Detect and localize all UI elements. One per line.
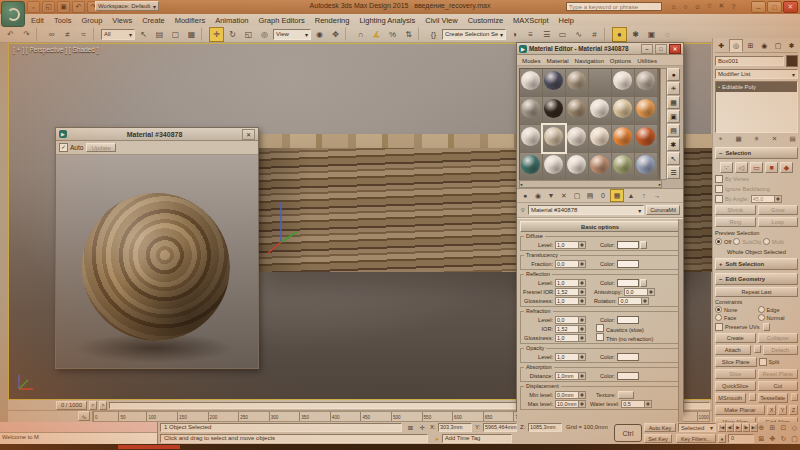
refraction-level-spinner[interactable]: 0,0: [555, 316, 586, 324]
unlink-selection-icon[interactable]: ≠: [60, 27, 75, 42]
polygon-subobject-icon[interactable]: ■: [765, 162, 778, 173]
slice-plane-button[interactable]: Slice Plane: [715, 357, 757, 367]
material-sample-slot[interactable]: [520, 125, 542, 152]
material-map-navigator-icon[interactable]: ☰: [667, 166, 680, 179]
configure-modifier-sets-icon[interactable]: ▤: [787, 134, 798, 144]
macro-recorder-pane[interactable]: [0, 422, 157, 433]
material-sample-slot[interactable]: [543, 125, 565, 152]
3dsmax-logo[interactable]: [1, 1, 25, 27]
planar-y-button[interactable]: Y: [778, 405, 787, 415]
menu-item[interactable]: Group: [76, 14, 107, 26]
by-vertex-checkbox[interactable]: By Vertex: [715, 175, 798, 183]
selection-lock-icon[interactable]: ⊠: [405, 423, 416, 433]
menu-item[interactable]: Edit: [26, 14, 49, 26]
zoom-region-icon[interactable]: ⊠: [756, 433, 767, 444]
play-icon[interactable]: ▶: [734, 423, 742, 432]
scroll-right-icon[interactable]: ▸: [659, 182, 661, 187]
reflection-color-swatch[interactable]: [617, 279, 639, 287]
selection-filter-dropdown[interactable]: All▾: [101, 29, 135, 40]
pin-stack-icon[interactable]: ⌖: [715, 134, 726, 144]
loop-button[interactable]: Loop: [758, 217, 799, 227]
preserve-uvs-checkbox[interactable]: Preserve UVs: [715, 323, 798, 331]
previous-frame-icon[interactable]: ◀I: [726, 423, 734, 432]
tab-modify[interactable]: ◎: [729, 39, 744, 52]
tab-create[interactable]: ✚: [715, 40, 728, 51]
undo-icon[interactable]: ↶: [3, 27, 18, 42]
material-sample-slot[interactable]: [543, 69, 565, 96]
translucency-fraction-spinner[interactable]: 0,0: [555, 260, 586, 268]
me-maximize-button[interactable]: □: [655, 44, 667, 54]
me-menu-item[interactable]: Utilities: [634, 57, 660, 64]
material-sample-slot[interactable]: [612, 125, 634, 152]
displacement-max-spinner[interactable]: 10,0mm: [555, 400, 586, 408]
ior-spinner[interactable]: 1,52: [555, 325, 586, 333]
home-icon[interactable]: ⌂: [668, 1, 679, 11]
orbit-icon[interactable]: ↻: [778, 433, 789, 444]
layer-manager-icon[interactable]: ☰: [539, 27, 554, 42]
schematic-view-icon[interactable]: #: [587, 27, 602, 42]
maxscript-mini-listener[interactable]: Welcome to M: [0, 422, 158, 444]
preview-multi-radio[interactable]: Multi: [763, 238, 784, 245]
angle-snap-icon[interactable]: ∡: [369, 27, 384, 42]
select-and-manipulate-icon[interactable]: ✥: [328, 27, 343, 42]
select-object-icon[interactable]: ↖: [136, 27, 151, 42]
menu-item[interactable]: Create: [137, 14, 170, 26]
time-slider-handle[interactable]: 0 / 1000: [56, 401, 87, 410]
element-subobject-icon[interactable]: ◆: [780, 162, 793, 173]
detach-button[interactable]: Detach: [763, 345, 799, 355]
attach-list-button[interactable]: [754, 345, 761, 353]
viewport-label[interactable]: [ + ] [ Perspective ] [ Shaded ]: [13, 46, 98, 53]
save-file-icon[interactable]: ▣: [57, 1, 70, 13]
get-material-icon[interactable]: ●: [519, 190, 531, 201]
key-mode-toggle-icon[interactable]: ♦: [718, 434, 726, 443]
make-planar-button[interactable]: Make Planar: [715, 405, 765, 415]
go-to-start-icon[interactable]: I◀: [718, 423, 726, 432]
material-sample-slot[interactable]: [635, 125, 657, 152]
displacement-min-spinner[interactable]: 0,0mm: [555, 391, 586, 399]
sample-uv-tiling-icon[interactable]: ▣: [667, 110, 680, 123]
slots-horizontal-scrollbar[interactable]: ◂ ▸: [519, 180, 662, 188]
material-type-button[interactable]: CoronaMtl: [646, 205, 680, 215]
zoom-icon[interactable]: ⊕: [756, 422, 767, 433]
shrink-button[interactable]: Shrink: [715, 205, 756, 215]
thin-checkbox[interactable]: Thin (no refraction): [596, 333, 653, 342]
material-sample-slot[interactable]: [589, 153, 611, 180]
workspace-selector[interactable]: Workspace: Default▾: [95, 1, 159, 11]
select-and-place-icon[interactable]: ◎: [257, 27, 272, 42]
field-of-view-icon[interactable]: ◇: [789, 422, 800, 433]
curve-editor-icon[interactable]: ∿: [571, 27, 586, 42]
current-frame-field[interactable]: 0: [728, 434, 754, 443]
tessellate-settings-button[interactable]: [791, 393, 798, 401]
mini-curve-editor-button[interactable]: ∿: [78, 411, 90, 421]
favorites-icon[interactable]: ☆: [704, 1, 715, 11]
planar-x-button[interactable]: X: [767, 405, 776, 415]
toolbar-separator[interactable]: [201, 27, 207, 41]
create-button[interactable]: Create: [715, 333, 756, 343]
select-and-scale-icon[interactable]: ◱: [241, 27, 256, 42]
search-input[interactable]: [566, 2, 662, 11]
refraction-glossiness-spinner[interactable]: 1,0: [555, 334, 586, 342]
search-icon[interactable]: ○: [680, 1, 691, 11]
opacity-color-swatch[interactable]: [617, 353, 639, 361]
menu-item[interactable]: Rendering: [310, 14, 355, 26]
preview-close-button[interactable]: ✕: [242, 129, 255, 140]
material-sample-slot[interactable]: [520, 97, 542, 124]
material-sample-slot[interactable]: [635, 97, 657, 124]
angle-spinner[interactable]: 45,0: [751, 195, 782, 203]
make-material-copy-icon[interactable]: ▢: [571, 190, 583, 201]
absolute-mode-icon[interactable]: ✛: [417, 423, 428, 433]
tab-hierarchy[interactable]: ⊞: [744, 40, 757, 51]
material-id-channel-icon[interactable]: 0: [597, 190, 609, 201]
me-close-button[interactable]: ✕: [669, 44, 681, 54]
msmooth-settings-button[interactable]: [749, 393, 756, 401]
me-menu-item[interactable]: Options: [607, 57, 634, 64]
fresnel-ior-spinner[interactable]: 1,52: [555, 288, 586, 296]
pick-material-eyedropper-icon[interactable]: 🜄: [520, 207, 526, 213]
preview-off-radio[interactable]: Off: [715, 238, 731, 245]
tab-utilities[interactable]: ✱: [785, 40, 798, 51]
material-sample-slot[interactable]: [589, 125, 611, 152]
mirror-icon[interactable]: ◑: [507, 27, 522, 42]
reset-plane-button[interactable]: Reset Plane: [758, 369, 799, 379]
reflection-map-button[interactable]: [640, 279, 647, 287]
render-production-icon[interactable]: ◌: [660, 27, 675, 42]
